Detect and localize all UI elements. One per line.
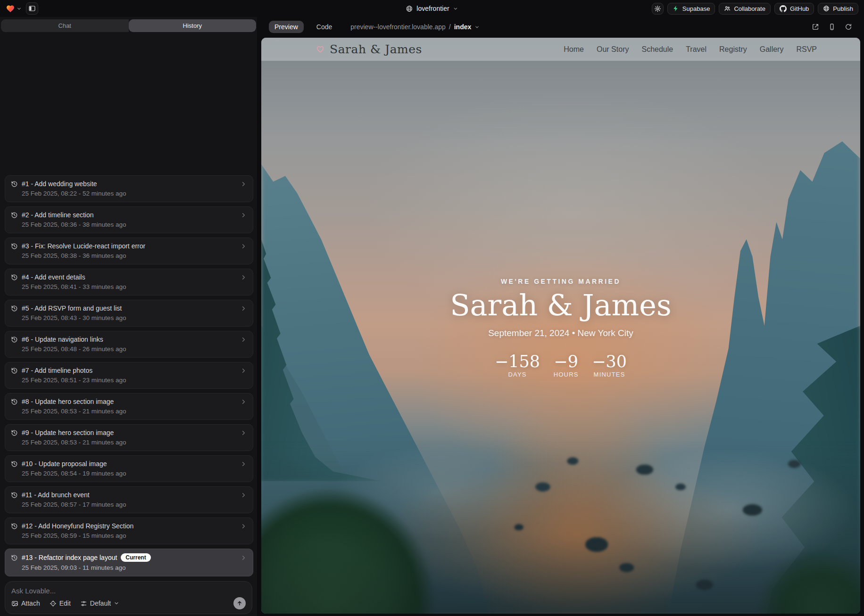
chevron-right-icon[interactable] bbox=[240, 243, 247, 250]
history-item-timestamp: 25 Feb 2025, 08:22 - 52 minutes ago bbox=[22, 190, 247, 197]
chevron-right-icon[interactable] bbox=[240, 305, 247, 312]
history-item-timestamp: 25 Feb 2025, 08:43 - 30 minutes ago bbox=[22, 314, 247, 321]
mobile-view-button[interactable] bbox=[828, 23, 836, 31]
site-brand-name: Sarah & James bbox=[330, 42, 422, 56]
chevron-right-icon[interactable] bbox=[240, 460, 247, 468]
history-item-timestamp: 25 Feb 2025, 08:48 - 26 minutes ago bbox=[22, 345, 247, 353]
history-item[interactable]: #13 - Refactor index page layout Current… bbox=[5, 549, 253, 576]
tab-preview[interactable]: Preview bbox=[269, 21, 304, 33]
countdown-value: −9 bbox=[552, 353, 580, 370]
chevron-right-icon[interactable] bbox=[240, 492, 247, 499]
hero-section: WE'RE GETTING MARRIED Sarah & James Sept… bbox=[261, 278, 860, 378]
preview-actions bbox=[811, 23, 853, 31]
history-item-title: #6 - Update navigation links bbox=[22, 336, 103, 343]
history-item[interactable]: #11 - Add brunch event 25 Feb 2025, 08:5… bbox=[5, 486, 253, 513]
nav-link-travel[interactable]: Travel bbox=[686, 45, 706, 54]
chevron-down-icon bbox=[114, 600, 119, 606]
countdown-label: HOURS bbox=[552, 371, 580, 378]
countdown-label: MINUTES bbox=[592, 371, 627, 378]
chevron-right-icon[interactable] bbox=[240, 398, 247, 405]
globe-icon bbox=[406, 5, 413, 12]
preview-url[interactable]: preview--lovefrontier.lovable.app / inde… bbox=[350, 23, 480, 31]
github-button[interactable]: GitHub bbox=[774, 3, 814, 15]
chevron-right-icon[interactable] bbox=[240, 181, 247, 188]
publish-label: Publish bbox=[833, 5, 853, 12]
chevron-right-icon[interactable] bbox=[240, 554, 247, 561]
hero-subtitle: September 21, 2024 • New York City bbox=[261, 328, 860, 339]
history-item-timestamp: 25 Feb 2025, 08:51 - 23 minutes ago bbox=[22, 377, 247, 384]
site-nav: HomeOur StoryScheduleTravelRegistryGalle… bbox=[564, 45, 817, 54]
chevron-right-icon[interactable] bbox=[240, 429, 247, 436]
project-switcher[interactable]: lovefrontier bbox=[406, 5, 458, 12]
collaborate-button[interactable]: Collaborate bbox=[719, 3, 771, 15]
chat-mode-button[interactable]: Default bbox=[80, 600, 119, 607]
history-icon bbox=[11, 429, 18, 436]
history-item[interactable]: #10 - Update proposal image 25 Feb 2025,… bbox=[5, 455, 253, 482]
chevron-down-icon bbox=[474, 25, 480, 30]
composer: Attach Edit Default bbox=[5, 581, 252, 614]
history-item[interactable]: #7 - Add timeline photos 25 Feb 2025, 08… bbox=[5, 362, 253, 389]
current-badge: Current bbox=[121, 553, 150, 562]
toggle-sidebar-button[interactable] bbox=[26, 2, 38, 15]
history-item-title: #11 - Add brunch event bbox=[22, 491, 90, 499]
sliders-icon bbox=[80, 600, 87, 607]
history-item[interactable]: #4 - Add event details 25 Feb 2025, 08:4… bbox=[5, 269, 253, 296]
send-button[interactable] bbox=[233, 597, 246, 609]
history-item[interactable]: #6 - Update navigation links 25 Feb 2025… bbox=[5, 331, 253, 358]
refresh-icon bbox=[845, 23, 852, 31]
tab-code[interactable]: Code bbox=[311, 21, 338, 33]
history-item-timestamp: 25 Feb 2025, 08:41 - 33 minutes ago bbox=[22, 283, 247, 290]
chevron-right-icon[interactable] bbox=[240, 274, 247, 281]
preview-toolbar: Preview Code preview--lovefrontier.lovab… bbox=[261, 17, 860, 37]
nav-link-home[interactable]: Home bbox=[564, 45, 584, 54]
preview-url-separator: / bbox=[449, 23, 451, 31]
countdown-label: DAYS bbox=[495, 371, 540, 378]
publish-button[interactable]: Publish bbox=[818, 3, 858, 15]
history-item[interactable]: #12 - Add Honeyfund Registry Section 25 … bbox=[5, 517, 253, 544]
lovable-logo-menu[interactable] bbox=[6, 4, 22, 13]
history-item-timestamp: 25 Feb 2025, 08:57 - 17 minutes ago bbox=[22, 501, 247, 508]
history-item-timestamp: 25 Feb 2025, 09:03 - 11 minutes ago bbox=[22, 564, 247, 571]
history-item[interactable]: #3 - Fix: Resolve Lucide-react import er… bbox=[5, 238, 253, 264]
refresh-preview-button[interactable] bbox=[844, 23, 853, 31]
history-icon bbox=[11, 398, 18, 405]
nav-link-registry[interactable]: Registry bbox=[719, 45, 747, 54]
chevron-right-icon[interactable] bbox=[240, 336, 247, 343]
preview-viewport: Sarah & James HomeOur StoryScheduleTrave… bbox=[261, 38, 860, 614]
history-item[interactable]: #1 - Add wedding website 25 Feb 2025, 08… bbox=[5, 175, 253, 202]
history-icon bbox=[11, 181, 18, 188]
history-item[interactable]: #8 - Update hero section image 25 Feb 20… bbox=[5, 393, 253, 420]
chat-history-panel: Chat History #1 - Add wedding website 25… bbox=[0, 17, 257, 616]
github-label: GitHub bbox=[790, 5, 809, 12]
lovable-heart-icon bbox=[6, 4, 15, 13]
panel-tabbar: Chat History bbox=[1, 19, 256, 32]
hero-title: Sarah & James bbox=[261, 290, 860, 321]
nav-link-our-story[interactable]: Our Story bbox=[597, 45, 629, 54]
tab-chat[interactable]: Chat bbox=[1, 19, 129, 32]
settings-button[interactable] bbox=[652, 3, 664, 15]
history-item[interactable]: #5 - Add RSVP form and guest list 25 Feb… bbox=[5, 300, 253, 327]
edit-button[interactable]: Edit bbox=[50, 600, 71, 607]
chevron-right-icon[interactable] bbox=[240, 523, 247, 530]
tab-history[interactable]: History bbox=[129, 19, 257, 32]
chevron-right-icon[interactable] bbox=[240, 212, 247, 219]
attach-button[interactable]: Attach bbox=[11, 600, 40, 607]
nav-link-schedule[interactable]: Schedule bbox=[641, 45, 673, 54]
topbar: lovefrontier Supabase Collaborate GitHub… bbox=[0, 0, 864, 17]
history-item[interactable]: #9 - Update hero section image 25 Feb 20… bbox=[5, 424, 253, 451]
chevron-right-icon[interactable] bbox=[240, 367, 247, 374]
nav-link-gallery[interactable]: Gallery bbox=[760, 45, 784, 54]
chat-mode-label: Default bbox=[90, 600, 111, 607]
external-link-icon bbox=[812, 23, 819, 31]
globe-icon bbox=[823, 5, 830, 12]
supabase-button[interactable]: Supabase bbox=[667, 3, 715, 15]
chat-input[interactable] bbox=[11, 587, 246, 597]
heart-outline-icon bbox=[316, 45, 324, 53]
history-item[interactable]: #2 - Add timeline section 25 Feb 2025, 0… bbox=[5, 206, 253, 233]
collaborate-label: Collaborate bbox=[734, 5, 765, 12]
nav-link-rsvp[interactable]: RSVP bbox=[796, 45, 817, 54]
history-item-title: #10 - Update proposal image bbox=[22, 460, 107, 468]
site-brand[interactable]: Sarah & James bbox=[316, 42, 422, 56]
open-in-new-tab-button[interactable] bbox=[811, 23, 820, 31]
history-item-timestamp: 25 Feb 2025, 08:54 - 19 minutes ago bbox=[22, 470, 247, 477]
